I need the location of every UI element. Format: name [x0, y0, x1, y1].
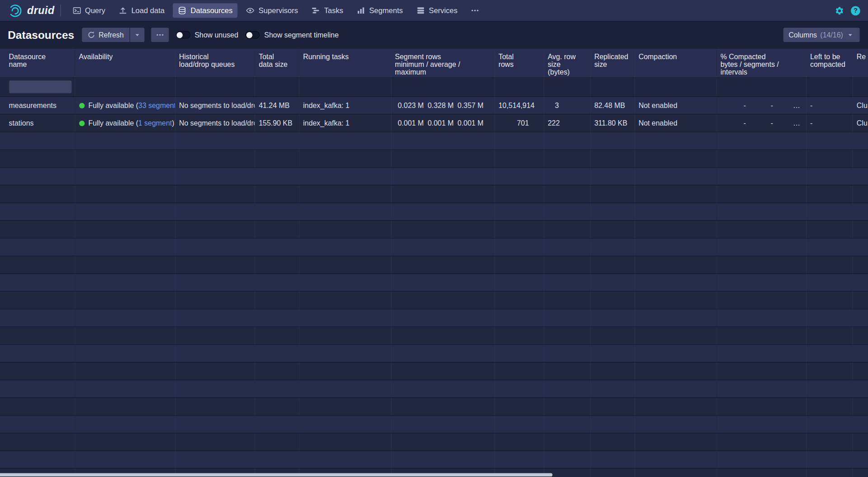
toggle-show-unused[interactable]: Show unused — [176, 31, 238, 39]
empty-cell — [544, 309, 590, 327]
page-header: Datasources Refresh — [0, 21, 868, 49]
empty-cell — [75, 398, 175, 415]
triple-value: … — [775, 101, 800, 109]
empty-cell — [853, 433, 868, 451]
filter-cell-total_rows — [494, 77, 544, 97]
filter-cell-size — [255, 77, 299, 97]
filter-cell-avg_row_size — [544, 77, 590, 97]
nav-item-load-data[interactable]: Load data — [113, 3, 169, 18]
column-header-queues[interactable]: Historical load/drop queues — [175, 49, 254, 77]
settings-gear-icon[interactable] — [835, 6, 844, 15]
empty-cell — [716, 168, 806, 185]
empty-cell — [590, 220, 634, 238]
empty-cell — [255, 274, 299, 291]
refresh-interval-dropdown-button[interactable] — [130, 28, 144, 42]
empty-cell — [175, 238, 254, 256]
empty-cell — [0, 185, 75, 203]
toggle-switch[interactable] — [176, 31, 190, 39]
column-header-compaction[interactable]: Compaction — [634, 49, 716, 77]
empty-cell — [494, 380, 544, 398]
refresh-button[interactable]: Refresh — [82, 28, 129, 42]
cell-left_compact: - — [806, 97, 853, 114]
empty-cell — [716, 274, 806, 291]
column-header-label: Running tasks — [303, 52, 349, 61]
empty-cell — [0, 220, 75, 238]
column-header-total_rows[interactable]: Total rows — [494, 49, 544, 77]
query-icon — [72, 6, 81, 15]
nav-item-services[interactable]: Services — [411, 3, 463, 18]
empty-cell — [716, 327, 806, 344]
empty-cell — [255, 168, 299, 185]
segments-link[interactable]: 1 segment — [138, 119, 172, 127]
empty-cell — [853, 468, 868, 477]
column-header-retention[interactable]: Re — [853, 49, 868, 77]
empty-cell — [806, 238, 853, 256]
column-header-label: Segment rows minimum / average / maximum — [395, 52, 460, 76]
table-row[interactable]: measurementsFully available (33 segments… — [0, 97, 868, 114]
help-icon[interactable]: ? — [851, 6, 860, 15]
nav-item-query[interactable]: Query — [67, 3, 110, 18]
nav-item-label: Tasks — [324, 6, 343, 14]
nav-item-supervisors[interactable]: Supervisors — [241, 3, 303, 18]
columns-picker-button[interactable]: Columns (14/16) — [783, 28, 860, 42]
cell-replicated: 311.80 KB — [590, 114, 634, 132]
empty-cell — [806, 415, 853, 433]
nav-item-segments[interactable]: Segments — [352, 3, 408, 18]
empty-cell — [494, 168, 544, 185]
column-header-label: Replicated size — [594, 52, 628, 69]
empty-cell — [75, 415, 175, 433]
empty-row — [0, 309, 868, 327]
nav-item-datasources[interactable]: Datasources — [173, 3, 238, 18]
empty-cell — [590, 238, 634, 256]
column-header-left_compact[interactable]: Left to be compacted — [806, 49, 853, 77]
empty-cell — [806, 309, 853, 327]
triple-cell: --… — [720, 119, 802, 127]
column-header-name[interactable]: Datasource name — [0, 49, 75, 77]
column-header-size[interactable]: Total data size — [255, 49, 299, 77]
empty-cell — [853, 309, 868, 327]
chevron-down-icon — [133, 31, 141, 39]
empty-cell — [75, 345, 175, 362]
empty-cell — [255, 415, 299, 433]
datasources-table-container: Datasource nameAvailabilityHistorical lo… — [0, 49, 868, 477]
empty-cell — [634, 168, 716, 185]
columns-count: (14/16) — [820, 31, 843, 39]
column-header-replicated[interactable]: Replicated size — [590, 49, 634, 77]
druid-brand[interactable]: druid — [8, 3, 55, 18]
nav-item-more[interactable] — [466, 3, 485, 18]
empty-cell — [0, 291, 75, 309]
empty-cell — [255, 132, 299, 150]
empty-cell — [716, 380, 806, 398]
empty-row — [0, 398, 868, 415]
column-header-availability[interactable]: Availability — [75, 49, 175, 77]
empty-cell — [299, 168, 391, 185]
nav-item-tasks[interactable]: Tasks — [306, 3, 348, 18]
triple-cell: 0.023 M0.328 M0.357 M — [395, 101, 490, 109]
cell-queues: No segments to load/drop — [175, 114, 254, 132]
navbar: druid QueryLoad dataDatasourcesSuperviso… — [0, 0, 868, 21]
column-header-pct_compacted[interactable]: % Compacted bytes / segments / intervals — [716, 49, 806, 77]
empty-cell — [853, 274, 868, 291]
table-row[interactable]: stationsFully available (1 segment)No se… — [0, 114, 868, 132]
navbar-items: QueryLoad dataDatasourcesSupervisorsTask… — [67, 3, 835, 18]
more-options-button[interactable] — [151, 28, 169, 42]
empty-cell — [255, 150, 299, 167]
horizontal-scrollbar-thumb[interactable] — [0, 473, 553, 476]
filter-cell-retention — [853, 77, 868, 97]
empty-cell — [494, 238, 544, 256]
column-header-tasks[interactable]: Running tasks — [299, 49, 391, 77]
toggle-switch[interactable] — [245, 31, 260, 39]
empty-cell — [634, 185, 716, 203]
empty-cell — [391, 327, 494, 344]
toggle-show-segment-timeline[interactable]: Show segment timeline — [245, 31, 338, 39]
column-header-label: Re — [857, 52, 866, 61]
empty-cell — [716, 415, 806, 433]
column-header-label: Historical load/drop queues — [179, 52, 235, 69]
empty-cell — [494, 291, 544, 309]
column-header-segment_rows[interactable]: Segment rows minimum / average / maximum — [391, 49, 494, 77]
datasource-name-filter-input[interactable] — [9, 80, 72, 93]
segments-link[interactable]: 33 segments — [138, 101, 175, 109]
column-header-avg_row_size[interactable]: Avg. row size (bytes) — [544, 49, 590, 77]
empty-row — [0, 327, 868, 344]
empty-cell — [391, 309, 494, 327]
